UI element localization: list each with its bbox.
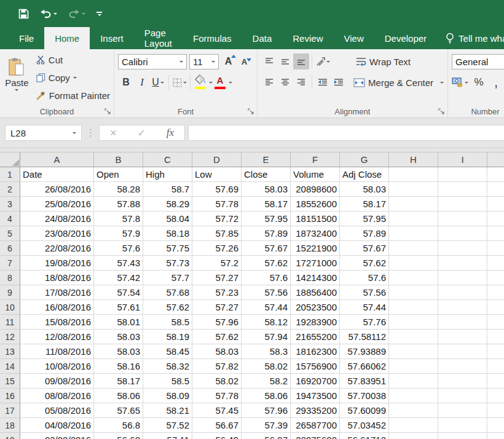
redo-button[interactable] (65, 7, 89, 21)
cell-I10[interactable] (438, 300, 487, 315)
cell-I6[interactable] (438, 241, 487, 256)
cell-G15[interactable]: 57.83951 (340, 374, 389, 389)
cell-partial-14[interactable] (487, 359, 504, 374)
customize-quick-access-button[interactable] (93, 9, 106, 18)
cell-I17[interactable] (438, 403, 487, 418)
row-header-12[interactable]: 12 (0, 330, 20, 344)
cell-C1[interactable]: High (143, 167, 192, 182)
cell-E13[interactable]: 58.3 (242, 344, 291, 359)
cell-partial-10[interactable] (487, 300, 504, 315)
percent-style-button[interactable]: % (471, 74, 487, 90)
cell-H14[interactable] (389, 359, 438, 374)
cell-B9[interactable]: 57.54 (94, 285, 143, 300)
row-header-11[interactable]: 11 (0, 315, 20, 330)
cell-B5[interactable]: 57.9 (94, 226, 143, 241)
cell-G16[interactable]: 57.70038 (340, 389, 389, 403)
cell-partial-9[interactable] (487, 285, 504, 300)
row-header-19[interactable]: 19 (0, 433, 20, 439)
cell-H10[interactable] (389, 300, 438, 315)
cell-B3[interactable]: 57.88 (94, 197, 143, 212)
cell-partial-18[interactable] (487, 418, 504, 433)
orientation-button[interactable] (315, 53, 331, 69)
cell-C2[interactable]: 58.7 (143, 182, 192, 197)
cell-partial-16[interactable] (487, 389, 504, 403)
tab-data[interactable]: Data (242, 27, 283, 49)
cell-G9[interactable]: 57.56 (340, 285, 389, 300)
column-header-D[interactable]: D (192, 152, 242, 167)
copy-button[interactable]: Copy (35, 69, 111, 85)
cell-G4[interactable]: 57.95 (340, 212, 389, 226)
cell-H6[interactable] (389, 241, 438, 256)
cell-E3[interactable]: 58.17 (242, 197, 291, 212)
cell-H11[interactable] (389, 315, 438, 330)
tab-file[interactable]: File (9, 27, 44, 49)
cell-B16[interactable]: 58.06 (94, 389, 143, 403)
cell-B11[interactable]: 58.01 (94, 315, 143, 330)
cell-B4[interactable]: 57.8 (94, 212, 143, 226)
font-size-select[interactable]: 11 (189, 54, 219, 69)
comma-style-button[interactable]: , (488, 74, 504, 90)
cell-C9[interactable]: 57.68 (143, 285, 192, 300)
cell-partial-12[interactable] (487, 330, 504, 344)
cell-partial-3[interactable] (487, 197, 504, 212)
cell-I7[interactable] (438, 256, 487, 271)
cell-G2[interactable]: 58.03 (340, 182, 389, 197)
cell-E1[interactable]: Close (242, 167, 291, 182)
tell-me-tab[interactable]: Tell me wha (446, 27, 504, 49)
cell-C5[interactable]: 58.18 (143, 226, 192, 241)
align-left-button[interactable] (261, 74, 277, 90)
middle-align-button[interactable] (277, 53, 293, 69)
underline-button[interactable]: U (150, 74, 166, 90)
cell-H9[interactable] (389, 285, 438, 300)
fill-color-button[interactable] (193, 74, 213, 90)
cell-D9[interactable]: 57.23 (192, 285, 242, 300)
cell-D12[interactable]: 57.62 (192, 330, 242, 344)
top-align-button[interactable] (261, 53, 277, 69)
cell-partial-1[interactable] (487, 167, 504, 182)
cell-I9[interactable] (438, 285, 487, 300)
cell-partial-4[interactable] (487, 212, 504, 226)
row-header-9[interactable]: 9 (0, 285, 20, 300)
cell-I19[interactable] (438, 433, 487, 439)
row-header-6[interactable]: 6 (0, 241, 20, 256)
cell-E6[interactable]: 57.67 (242, 241, 291, 256)
cell-B14[interactable]: 58.16 (94, 359, 143, 374)
cell-E15[interactable]: 58.2 (242, 374, 291, 389)
cell-H16[interactable] (389, 389, 438, 403)
cell-A7[interactable]: 19/08/2016 (20, 256, 94, 271)
cell-E19[interactable]: 56.97 (242, 433, 291, 439)
cell-B10[interactable]: 57.61 (94, 300, 143, 315)
cell-D5[interactable]: 57.85 (192, 226, 242, 241)
cell-G8[interactable]: 57.6 (340, 271, 389, 285)
cell-I1[interactable] (438, 167, 487, 182)
cell-F15[interactable]: 16920700 (291, 374, 340, 389)
formula-bar-resize-handle[interactable]: ⋮ (86, 127, 95, 138)
row-header-7[interactable]: 7 (0, 256, 20, 271)
cell-F8[interactable]: 14214300 (291, 271, 340, 285)
cell-H5[interactable] (389, 226, 438, 241)
name-box[interactable]: L28 (5, 125, 82, 141)
cell-I18[interactable] (438, 418, 487, 433)
cell-E4[interactable]: 57.95 (242, 212, 291, 226)
cell-A14[interactable]: 10/08/2016 (20, 359, 94, 374)
cell-I3[interactable] (438, 197, 487, 212)
cell-A5[interactable]: 23/08/2016 (20, 226, 94, 241)
cell-partial-6[interactable] (487, 241, 504, 256)
cell-partial-15[interactable] (487, 374, 504, 389)
cell-G11[interactable]: 57.76 (340, 315, 389, 330)
cell-E18[interactable]: 57.39 (242, 418, 291, 433)
cell-G12[interactable]: 57.58112 (340, 330, 389, 344)
cell-I11[interactable] (438, 315, 487, 330)
tab-view[interactable]: View (333, 27, 374, 49)
row-header-10[interactable]: 10 (0, 300, 20, 315)
cell-partial-5[interactable] (487, 226, 504, 241)
cell-partial-7[interactable] (487, 256, 504, 271)
cell-C16[interactable]: 58.09 (143, 389, 192, 403)
formula-input[interactable] (188, 125, 504, 141)
column-header-A[interactable]: A (20, 152, 94, 167)
cell-C4[interactable]: 58.04 (143, 212, 192, 226)
cell-F1[interactable]: Volume (291, 167, 340, 182)
cell-E2[interactable]: 58.03 (242, 182, 291, 197)
cell-G7[interactable]: 57.62 (340, 256, 389, 271)
cut-button[interactable]: Cut (35, 52, 111, 68)
